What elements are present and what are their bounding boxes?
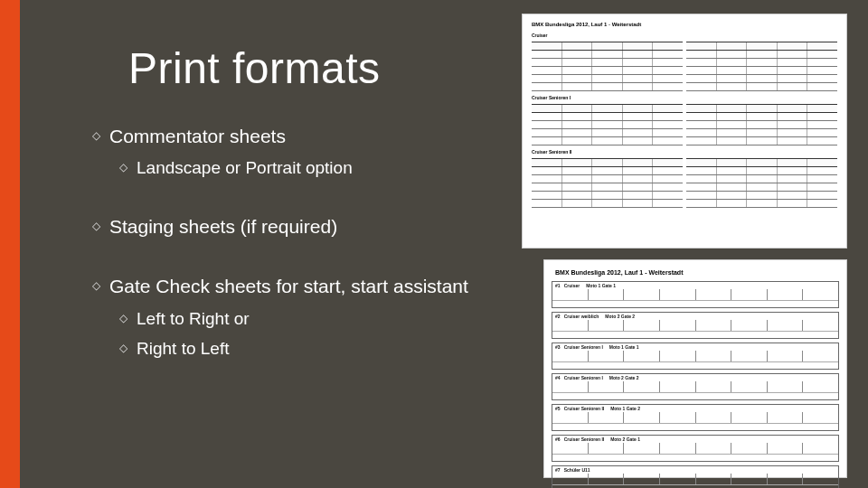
doc-preview: BMX Bundesliga 2012, Lauf 1 - Weiterstad… <box>552 267 839 470</box>
bullet-text: Left to Right or <box>137 308 250 330</box>
bullet-text: Right to Left <box>137 338 229 360</box>
bullet-commentator: ◇ Commentator sheets <box>92 125 468 148</box>
doc-title: BMX Bundesliga 2012, Lauf 1 - Weiterstad… <box>528 20 841 29</box>
bullet-text: Commentator sheets <box>109 125 286 148</box>
bullet-icon: ◇ <box>92 275 100 296</box>
bullet-text: Staging sheets (if required) <box>109 215 337 239</box>
bullet-icon: ◇ <box>92 125 100 146</box>
bullet-text: Landscape or Portrait option <box>137 157 353 179</box>
subbullet-ltr: ◇ Left to Right or <box>119 308 468 330</box>
slide-title: Print formats <box>128 43 381 93</box>
bullet-gatecheck: ◇ Gate Check sheets for start, start ass… <box>92 275 468 298</box>
bullet-icon: ◇ <box>119 308 127 328</box>
thumbnail-gatecheck-sheet: BMX Bundesliga 2012, Lauf 1 - Weiterstad… <box>544 260 846 477</box>
slide: Print formats ◇ Commentator sheets ◇ Lan… <box>0 0 868 488</box>
doc-preview: BMX Bundesliga 2012, Lauf 1 - Weiterstad… <box>528 20 841 242</box>
bullet-staging: ◇ Staging sheets (if required) <box>92 215 468 239</box>
thumbnail-commentator-sheet: BMX Bundesliga 2012, Lauf 1 - Weiterstad… <box>523 14 846 248</box>
bullet-text: Gate Check sheets for start, start assis… <box>109 275 468 298</box>
doc-title: BMX Bundesliga 2012, Lauf 1 - Weiterstad… <box>552 267 839 277</box>
bullet-icon: ◇ <box>92 215 100 237</box>
slide-body: ◇ Commentator sheets ◇ Landscape or Port… <box>92 112 468 360</box>
subbullet-rtl: ◇ Right to Left <box>119 338 468 360</box>
subbullet-landscape: ◇ Landscape or Portrait option <box>119 157 468 179</box>
bullet-icon: ◇ <box>119 338 127 358</box>
bullet-icon: ◇ <box>119 157 127 177</box>
accent-bar <box>0 0 20 488</box>
